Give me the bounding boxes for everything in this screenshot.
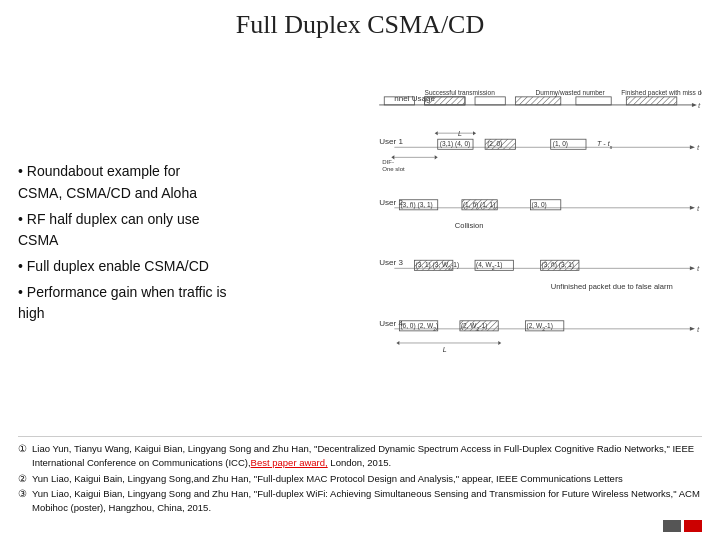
svg-text:One slot: One slot xyxy=(382,166,405,172)
page-box-dark xyxy=(663,520,681,532)
page-indicator xyxy=(663,520,702,532)
svg-text:DIF-: DIF- xyxy=(382,159,394,165)
svg-text:t: t xyxy=(697,264,700,273)
svg-text:L: L xyxy=(443,346,447,353)
bullet-1: • Roundabout example for CSMA, CSMA/CD a… xyxy=(18,161,228,204)
svg-text:t: t xyxy=(697,143,700,152)
page-box-red xyxy=(684,520,702,532)
svg-marker-10 xyxy=(692,103,697,107)
svg-rect-7 xyxy=(576,97,611,105)
svg-text:t: t xyxy=(697,325,700,334)
reference-3: ③ Yun Liao, Kaigui Bian, Lingyang Song a… xyxy=(18,487,702,515)
bullet-3: • Full duplex enable CSMA/CD xyxy=(18,256,228,278)
bullet-2: • RF half duplex can only use CSMA xyxy=(18,209,228,252)
svg-text:(3, ñ) (3, 1): (3, ñ) (3, 1) xyxy=(400,201,432,209)
svg-text:(3,1) (4, 0): (3,1) (4, 0) xyxy=(440,140,471,148)
svg-rect-5 xyxy=(475,97,505,105)
svg-marker-44 xyxy=(690,206,695,210)
reference-1: ① Liao Yun, Tianyu Wang, Kaigui Bian, Li… xyxy=(18,442,702,470)
svg-text:User 1: User 1 xyxy=(379,137,403,146)
svg-marker-67 xyxy=(396,341,399,345)
svg-marker-32 xyxy=(435,131,438,135)
svg-text:(2, 0): (2, 0) xyxy=(487,140,502,148)
ref-text-2: Yun Liao, Kaigui Bain, Lingyang Song,and… xyxy=(32,472,702,486)
svg-text:T - ts: T - ts xyxy=(597,140,613,150)
svg-marker-34 xyxy=(690,145,695,149)
ref-num-2: ② xyxy=(18,472,27,486)
bottom-bar xyxy=(18,520,702,532)
bullet-4: • Performance gain when traffic is high xyxy=(18,282,228,325)
ref-num-1: ① xyxy=(18,442,27,470)
ref-text-3: Yun Liao, Kaigui Bian, Lingyang Song and… xyxy=(32,487,702,515)
svg-text:User 3: User 3 xyxy=(379,258,403,267)
svg-text:(1, 0): (1, 0) xyxy=(553,140,568,148)
svg-text:Successful transmission: Successful transmission xyxy=(425,89,496,96)
svg-text:(6, 0) (2, W2): (6, 0) (2, W2) xyxy=(400,322,438,332)
svg-marker-33 xyxy=(473,131,476,135)
right-panel: nnel Usage t Successful transmission Dum xyxy=(238,48,702,432)
references-section: ① Liao Yun, Tianyu Wang, Kaigui Bian, Li… xyxy=(18,436,702,517)
slide-title: Full Duplex CSMA/CD xyxy=(18,10,702,40)
svg-rect-6 xyxy=(515,97,560,105)
svg-marker-70 xyxy=(690,327,695,331)
svg-marker-22 xyxy=(435,155,438,159)
timing-diagram: nnel Usage t Successful transmission Dum xyxy=(238,48,702,432)
svg-text:t: t xyxy=(698,101,701,110)
svg-rect-8 xyxy=(626,97,676,105)
svg-text:(2, W2-1): (2, W2-1) xyxy=(526,322,552,332)
svg-marker-55 xyxy=(690,266,695,270)
left-panel: • Roundabout example for CSMA, CSMA/CD a… xyxy=(18,48,228,432)
ref-num-3: ③ xyxy=(18,487,27,515)
svg-marker-68 xyxy=(498,341,501,345)
svg-text:t: t xyxy=(697,204,700,213)
svg-text:(4, W2-1): (4, W2-1) xyxy=(476,261,502,271)
ref-text-1: Liao Yun, Tianyu Wang, Kaigui Bian, Ling… xyxy=(32,442,702,470)
svg-text:(1, ñ) (1, 1): (1, ñ) (1, 1) xyxy=(463,201,495,209)
svg-rect-4 xyxy=(425,97,465,105)
svg-text:Collision: Collision xyxy=(455,221,484,230)
svg-text:Dummy/wasted number: Dummy/wasted number xyxy=(536,89,606,97)
svg-text:L: L xyxy=(458,130,462,137)
svg-text:Finished packet with miss dete: Finished packet with miss detection xyxy=(621,89,702,97)
bullet-points: • Roundabout example for CSMA, CSMA/CD a… xyxy=(18,161,228,329)
reference-2: ② Yun Liao, Kaigui Bain, Lingyang Song,a… xyxy=(18,472,702,486)
svg-text:Unfinished packet due to false: Unfinished packet due to false alarm xyxy=(551,282,673,291)
svg-text:(3, ñ) (3, 1): (3, ñ) (3, 1) xyxy=(542,261,574,269)
svg-text:(3, 0): (3, 0) xyxy=(532,201,547,209)
